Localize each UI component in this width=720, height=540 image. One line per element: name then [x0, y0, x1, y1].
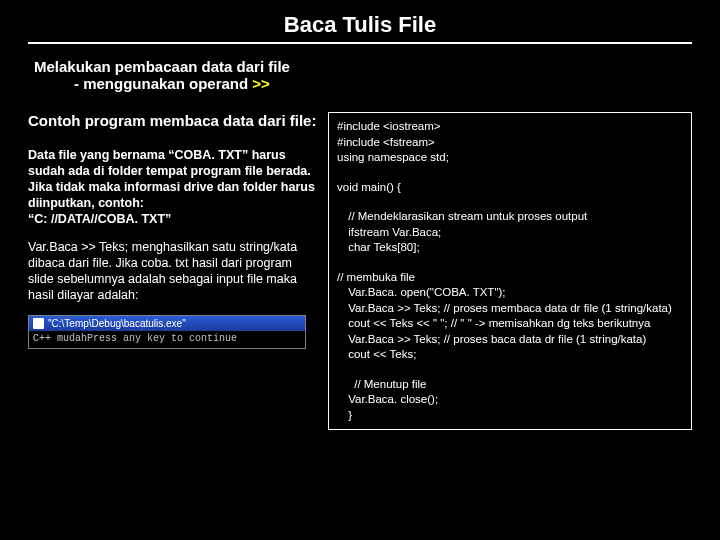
code-box: #include <iostream> #include <fstream> u… — [328, 112, 692, 430]
code-line: // Mendeklarasikan stream untuk proses o… — [337, 209, 683, 225]
code-blank — [337, 363, 683, 377]
code-line: #include <fstream> — [337, 135, 683, 151]
code-blank — [337, 195, 683, 209]
code-line: // membuka file — [337, 270, 683, 286]
code-line: #include <iostream> — [337, 119, 683, 135]
code-line: char Teks[80]; — [337, 240, 683, 256]
code-line: ifstream Var.Baca; — [337, 225, 683, 241]
code-line: Var.Baca. close(); — [337, 392, 683, 408]
code-line: cout << Teks; — [337, 347, 683, 363]
page-title: Baca Tulis File — [28, 12, 692, 38]
code-line: } — [337, 408, 683, 424]
example-heading: Contoh program membaca data dari file: — [28, 112, 318, 131]
code-line: cout << Teks << " "; // " " -> memisahka… — [337, 316, 683, 332]
code-line: Var.Baca >> Teks; // proses baca data dr… — [337, 332, 683, 348]
console-titlebar-text: "C:\Temp\Debug\bacatulis.exe" — [48, 318, 186, 329]
code-line: Var.Baca >> Teks; // proses membaca data… — [337, 301, 683, 317]
code-line: void main() { — [337, 180, 683, 196]
subtitle-line-1: Melakukan pembacaan data dari file — [34, 58, 692, 75]
content-row: Contoh program membaca data dari file: D… — [28, 112, 692, 430]
subtitle-prefix: - menggunakan operand — [74, 75, 252, 92]
code-blank — [337, 256, 683, 270]
title-divider — [28, 42, 692, 44]
explain-para-2: Var.Baca >> Teks; menghasilkan satu stri… — [28, 239, 318, 303]
code-line: // Menutup file — [337, 377, 683, 393]
console-body: C++ mudahPress any key to continue — [29, 331, 305, 348]
operand-symbol: >> — [252, 75, 270, 92]
code-line: Var.Baca. open("COBA. TXT"); — [337, 285, 683, 301]
console-app-icon — [33, 318, 44, 329]
code-line: using namespace std; — [337, 150, 683, 166]
console-titlebar: "C:\Temp\Debug\bacatulis.exe" — [29, 316, 305, 331]
left-column: Contoh program membaca data dari file: D… — [28, 112, 318, 430]
code-blank — [337, 166, 683, 180]
console-window: "C:\Temp\Debug\bacatulis.exe" C++ mudahP… — [28, 315, 306, 349]
subtitle-line-2: - menggunakan operand >> — [74, 75, 692, 92]
explain-para-1: Data file yang bernama “COBA. TXT” harus… — [28, 147, 318, 227]
